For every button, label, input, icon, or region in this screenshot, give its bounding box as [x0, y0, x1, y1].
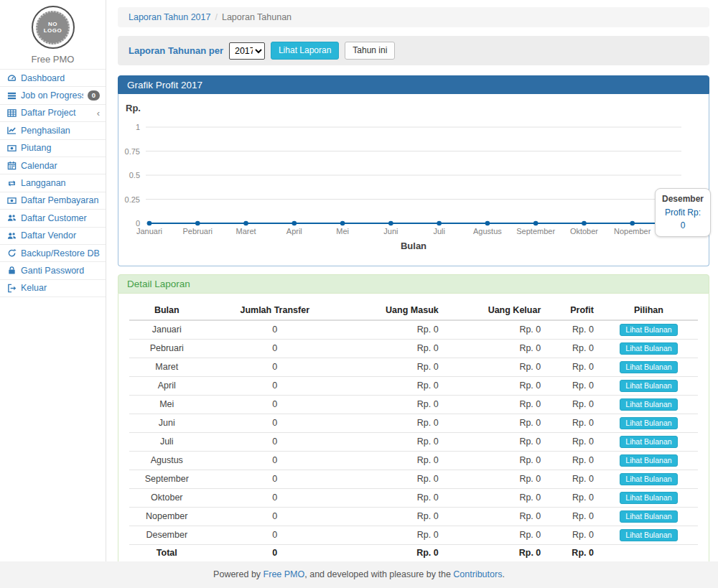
sidebar-item-label: Langganan	[21, 178, 100, 188]
sidebar-item-keluar[interactable]: Keluar	[0, 280, 106, 297]
logo-area: NO LOGO Free PMO	[0, 0, 106, 69]
cell-uang-masuk: Rp. 0	[345, 414, 444, 433]
cell-uang-keluar: Rp. 0	[444, 396, 547, 414]
chart-area: Rp.00.250.50.751JanuariPebruariMaretApri…	[118, 94, 709, 266]
footer-link-free-pmo[interactable]: Free PMO	[264, 569, 305, 579]
lihat-bulanan-button[interactable]: Lihat Bulanan	[620, 324, 677, 336]
cell-bulan: Maret	[129, 358, 205, 377]
total-bulan: Total	[129, 545, 205, 562]
job-count-badge: 0	[88, 90, 100, 101]
sidebar-item-daftar-vendor[interactable]: Daftar Vendor	[0, 228, 106, 245]
footer-text-after: .	[502, 569, 504, 579]
column-header-uang-keluar: Uang Keluar	[444, 301, 547, 320]
chart-x-tick-label: Nopember	[614, 227, 651, 235]
lihat-bulanan-button[interactable]: Lihat Bulanan	[620, 454, 677, 467]
sidebar-item-langganan[interactable]: Langganan	[0, 174, 106, 192]
chevron-left-icon: ‹	[97, 108, 100, 118]
lihat-bulanan-button[interactable]: Lihat Bulanan	[620, 436, 677, 448]
lihat-bulanan-button[interactable]: Lihat Bulanan	[620, 398, 677, 411]
lihat-bulanan-button[interactable]: Lihat Bulanan	[620, 473, 677, 485]
lihat-bulanan-button[interactable]: Lihat Bulanan	[620, 342, 677, 355]
sidebar-item-label: Daftar Vendor	[21, 230, 100, 241]
chart-point-maret[interactable]	[243, 221, 248, 226]
cell-pilihan: Lihat Bulanan	[600, 340, 698, 358]
sidebar-item-dashboard[interactable]: Dashboard	[0, 70, 106, 87]
chart-point-april[interactable]	[292, 221, 297, 226]
detail-report-panel: Detail Laporan BulanJumlah TransferUang …	[118, 274, 709, 572]
sidebar-item-daftar-project[interactable]: Daftar Project‹	[0, 105, 106, 122]
cell-jumlah-transfer: 0	[205, 414, 345, 433]
breadcrumb-link-laporan-tahun[interactable]: Laporan Tahun 2017	[129, 12, 210, 22]
lihat-bulanan-button[interactable]: Lihat Bulanan	[620, 529, 677, 541]
cell-pilihan: Lihat Bulanan	[600, 489, 698, 508]
cell-jumlah-transfer: 0	[205, 396, 345, 414]
table-total-row: Total0Rp. 0Rp. 0Rp. 0	[129, 545, 698, 562]
cell-uang-masuk: Rp. 0	[345, 396, 444, 414]
chart-y-axis-label: Rp.	[126, 103, 141, 113]
sidebar-item-backup-restore-db[interactable]: Backup/Restore DB	[0, 245, 106, 262]
lihat-bulanan-button[interactable]: Lihat Bulanan	[620, 380, 677, 392]
cell-profit: Rp. 0	[546, 508, 600, 526]
report-filter-bar: Laporan Tahunan per 2017 Lihat Laporan T…	[118, 36, 709, 65]
lihat-bulanan-button[interactable]: Lihat Bulanan	[620, 417, 677, 429]
lihat-bulanan-button[interactable]: Lihat Bulanan	[620, 361, 677, 373]
sidebar-item-calendar[interactable]: Calendar	[0, 157, 106, 174]
total-uang-masuk: Rp. 0	[345, 545, 444, 562]
sidebar-item-daftar-pembayaran[interactable]: Daftar Pembayaran	[0, 192, 106, 210]
cell-uang-keluar: Rp. 0	[444, 320, 547, 340]
chart-x-tick-label: Juni	[383, 227, 398, 235]
logo-text-line1: NO	[48, 21, 57, 27]
lihat-bulanan-button[interactable]: Lihat Bulanan	[620, 510, 677, 523]
breadcrumb-current: Laporan Tahunan	[222, 12, 292, 22]
view-report-button[interactable]: Lihat Laporan	[271, 42, 339, 59]
main-content: Laporan Tahun 2017/Laporan Tahunan Lapor…	[107, 0, 718, 572]
chart-point-juli[interactable]	[437, 221, 442, 226]
footer-link-contributors[interactable]: Contributors	[453, 569, 502, 579]
sidebar-item-piutang[interactable]: Piutang	[0, 140, 106, 157]
sidebar-item-job-on-progress[interactable]: Job on Progress0	[0, 87, 106, 104]
no-logo-badge: NO LOGO	[32, 6, 75, 49]
cell-profit: Rp. 0	[546, 452, 600, 470]
cell-bulan: September	[129, 470, 205, 489]
this-year-button[interactable]: Tahun ini	[345, 42, 395, 59]
chart-point-september[interactable]	[533, 221, 538, 226]
monthly-report-table: BulanJumlah TransferUang MasukUang Kelua…	[129, 301, 698, 561]
cell-uang-keluar: Rp. 0	[444, 377, 547, 396]
cell-pilihan: Lihat Bulanan	[600, 526, 698, 545]
total-jumlah-transfer: 0	[205, 545, 345, 562]
cell-jumlah-transfer: 0	[205, 340, 345, 358]
footer-text-before: Powered by	[213, 569, 263, 579]
cell-jumlah-transfer: 0	[205, 433, 345, 452]
lihat-bulanan-button[interactable]: Lihat Bulanan	[620, 492, 677, 504]
cell-bulan: Juli	[129, 433, 205, 452]
sidebar-item-daftar-customer[interactable]: Daftar Customer	[0, 210, 106, 227]
sidebar-item-label: Calendar	[21, 161, 100, 171]
chart-point-juni[interactable]	[388, 221, 393, 226]
chart-point-mei[interactable]	[340, 221, 345, 226]
cell-jumlah-transfer: 0	[205, 377, 345, 396]
sidebar-item-penghasilan[interactable]: Penghasilan	[0, 122, 106, 139]
chart-point-pebruari[interactable]	[195, 221, 200, 226]
cell-pilihan: Lihat Bulanan	[600, 396, 698, 414]
chart-point-januari[interactable]	[147, 221, 152, 226]
sidebar-item-label: Daftar Customer	[21, 213, 100, 223]
cell-bulan: April	[129, 377, 205, 396]
detail-table-wrap: BulanJumlah TransferUang MasukUang Kelua…	[118, 294, 709, 572]
sidebar-menu: DashboardJob on Progress0Daftar Project‹…	[0, 69, 106, 297]
chart-x-axis-label: Bulan	[401, 241, 426, 251]
profit-line-chart: Rp.00.250.50.751JanuariPebruariMaretApri…	[124, 100, 703, 261]
chart-point-nopember[interactable]	[630, 221, 635, 226]
chart-point-agustus[interactable]	[485, 221, 490, 226]
cell-pilihan: Lihat Bulanan	[600, 433, 698, 452]
table-row-januari: Januari0Rp. 0Rp. 0Rp. 0Lihat Bulanan	[129, 320, 698, 340]
chart-y-tick-label: 0.25	[125, 195, 140, 204]
year-select[interactable]: 2017	[229, 42, 265, 60]
chart-point-oktober[interactable]	[582, 221, 587, 226]
table-icon	[6, 108, 17, 118]
cell-uang-masuk: Rp. 0	[345, 452, 444, 470]
table-row-nopember: Nopember0Rp. 0Rp. 0Rp. 0Lihat Bulanan	[129, 508, 698, 526]
cell-uang-masuk: Rp. 0	[345, 320, 444, 340]
cell-bulan: Desember	[129, 526, 205, 545]
money-icon	[6, 196, 17, 205]
sidebar-item-ganti-password[interactable]: Ganti Password	[0, 262, 106, 279]
